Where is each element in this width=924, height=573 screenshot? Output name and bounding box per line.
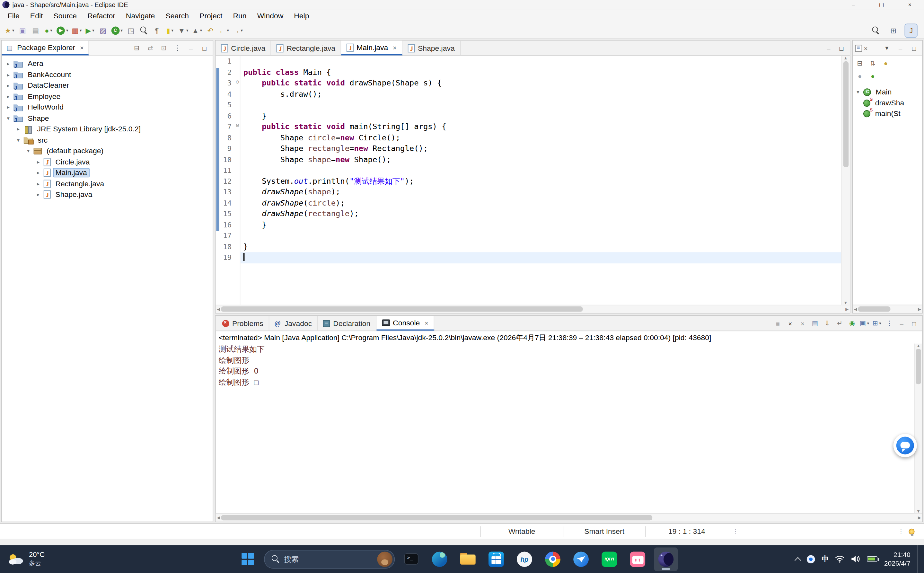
new-class-icon[interactable]: C▾ [110,24,124,37]
word-wrap-icon[interactable]: ↵ [834,317,846,329]
tree-item-datacleaner[interactable]: ▸DataCleaner [2,80,213,91]
new-wizard-dropdown-icon[interactable]: ▾ [12,28,14,33]
back-icon[interactable]: ←▾ [217,24,230,37]
scroll-up-icon[interactable]: ▲ [844,56,848,60]
collapse-all-icon[interactable]: ⊟ [131,42,142,54]
chevron-down-icon[interactable]: ▾ [16,137,21,143]
menu-window[interactable]: Window [252,11,289,21]
code-line-8[interactable]: Shape circle=new Circle(); [244,132,841,143]
clear-console-icon[interactable]: ▤ [809,317,821,329]
display-selected-console-icon[interactable]: ▣▾ [858,317,870,329]
tree-item-main-java[interactable]: ▸Main.java [2,168,213,178]
code-line-9[interactable]: Shape rectangle=new Rectangle(); [244,143,841,154]
scrollbar-thumb[interactable] [843,61,849,168]
tree-item-bankaccount[interactable]: ▸BankAccount [2,69,213,80]
tab-declaration[interactable]: Declaration [318,316,377,330]
minimize-icon[interactable]: – [185,42,197,54]
chevron-right-icon[interactable]: ▸ [5,72,11,77]
line-number[interactable]: 19 [216,252,240,263]
next-annotation-dropdown-icon[interactable]: ▾ [186,28,188,33]
search-flashlight-icon[interactable] [138,24,150,37]
terminate-icon[interactable]: ■ [772,317,784,329]
console-horizontal-scrollbar[interactable]: ◀ ▶ [216,513,922,521]
code-line-12[interactable]: System.out.println("测试结果如下"); [244,176,841,187]
link-with-editor-icon[interactable]: ⇄ [144,42,156,54]
hide-non-public-icon[interactable]: ● [867,70,879,82]
show-whitespace-icon[interactable]: ¶ [151,24,163,37]
tab-main-java[interactable]: Main.java× [341,41,402,56]
outline-horizontal-scrollbar[interactable]: ◀ ▶ [853,305,922,313]
menu-edit[interactable]: Edit [25,11,48,21]
chevron-down-icon[interactable]: ▾ [25,148,31,154]
menu-refactor[interactable]: Refactor [82,11,121,21]
new-java-project-icon[interactable]: ▨ [97,24,109,37]
taskbar-bilibili-icon[interactable] [626,547,649,571]
code-line-7[interactable]: public static void main(String[] args) { [244,121,841,132]
line-number[interactable]: 9 [216,143,240,154]
close-icon[interactable]: × [864,45,868,52]
scroll-down-icon[interactable]: ▼ [916,509,921,513]
chevron-right-icon[interactable]: ▸ [5,83,11,88]
search-input[interactable] [284,555,372,564]
code-line-18[interactable]: } [244,241,841,252]
menu-navigate[interactable]: Navigate [120,11,160,21]
chevron-right-icon[interactable]: ▸ [5,104,11,110]
code-line-17[interactable] [244,230,841,241]
focus-icon[interactable]: ⊡ [158,42,170,54]
code-line-4[interactable]: s.draw(); [244,89,841,100]
scroll-left-icon[interactable]: ◀ [854,307,857,312]
editor-horizontal-scrollbar[interactable]: ◀ ▶ [216,305,850,313]
console-vertical-scrollbar[interactable]: ▲ ▼ [914,344,922,513]
chevron-right-icon[interactable]: ▸ [35,181,41,186]
chevron-right-icon[interactable]: ▸ [35,192,41,197]
print-icon[interactable]: ▤ [30,24,41,37]
open-console-dropdown-icon[interactable]: ▾ [879,321,881,326]
hide-fields-icon[interactable]: ● [880,57,891,69]
hide-static-members-icon[interactable]: ● [854,70,866,82]
remove-all-launches-icon[interactable]: × [797,317,809,329]
chevron-down-icon[interactable]: ▾ [855,89,861,95]
line-number[interactable]: 5 [216,100,240,111]
fold-marker-icon[interactable]: ⊖ [236,123,239,128]
line-number[interactable]: 1 [216,56,240,67]
scroll-up-icon[interactable]: ▲ [916,344,921,348]
tab-problems[interactable]: Problems [217,316,269,330]
java-perspective-icon[interactable]: J [905,24,917,37]
tree-item-helloworld[interactable]: ▸HelloWorld [2,102,213,113]
line-number-ruler[interactable]: 123⊖4567⊖8910111213141516171819 [216,56,241,304]
line-number[interactable]: 7⊖ [216,121,240,132]
view-menu-icon[interactable]: ⋮ [172,42,183,54]
open-console-icon[interactable]: ⊞▾ [871,317,883,329]
tab-circle-java[interactable]: Circle.java [216,41,271,56]
back-dropdown-icon[interactable]: ▾ [227,28,229,33]
menu-file[interactable]: File [2,11,25,21]
search-highlight-image[interactable] [377,551,392,567]
start-button[interactable] [236,547,259,571]
chevron-right-icon[interactable]: ▸ [35,159,41,165]
scroll-lock-icon[interactable]: ⇓ [822,317,833,329]
line-number[interactable]: 13 [216,187,240,198]
taskbar-search-box[interactable] [264,550,395,568]
chevron-right-icon[interactable]: ▸ [16,126,21,132]
chevron-right-icon[interactable]: ▸ [5,94,11,99]
mark-occurrences-icon[interactable]: ▮▾ [164,24,176,37]
close-icon[interactable]: × [80,44,84,51]
window-maximize-button[interactable]: ▢ [868,0,896,9]
close-icon[interactable]: × [393,44,397,51]
taskbar-edge-icon[interactable] [428,547,451,571]
taskbar-browser-icon[interactable] [541,547,564,571]
sort-icon[interactable]: ⇅ [867,57,879,69]
debug-dropdown-icon[interactable]: ▾ [50,28,52,33]
line-number[interactable]: 16 [216,219,240,230]
scroll-right-icon[interactable]: ▶ [845,307,849,312]
tab-rectangle-java[interactable]: Rectangle.java [271,41,341,56]
open-type-icon[interactable]: ◳ [125,24,137,37]
taskbar-iqiyi-icon[interactable]: iQIYI [598,547,621,571]
maximize-icon[interactable]: □ [199,42,210,54]
scrollbar-thumb[interactable] [858,307,890,312]
scroll-right-icon[interactable]: ▶ [918,307,921,312]
menu-help[interactable]: Help [289,11,314,21]
window-close-button[interactable]: × [896,0,924,9]
taskbar-terminal-icon[interactable] [400,547,423,571]
line-number[interactable]: 12 [216,176,240,187]
